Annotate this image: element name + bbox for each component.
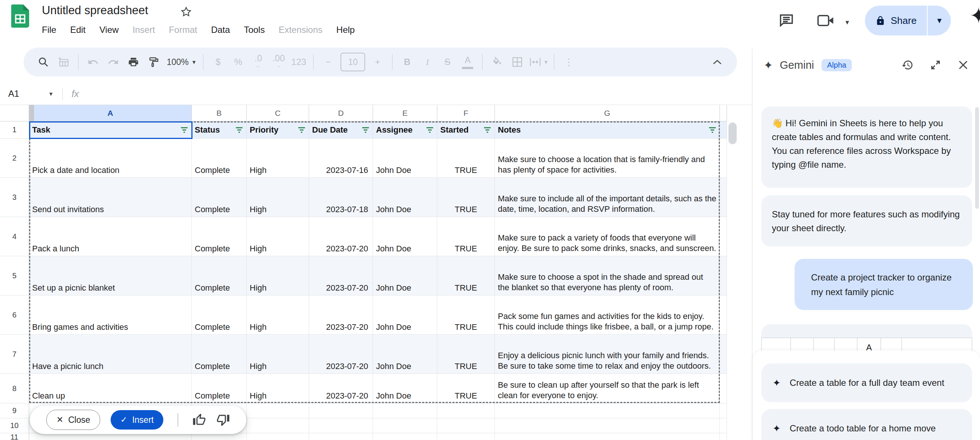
column-header-f[interactable]: F [437, 105, 495, 121]
menu-insert[interactable]: Insert [133, 25, 155, 35]
cell-assignee[interactable]: John Doe [373, 374, 437, 403]
document-title[interactable]: Untitled spreadsheet [42, 4, 148, 17]
header-cell-priority[interactable]: Priority [247, 121, 309, 138]
empty-cell[interactable] [373, 418, 437, 433]
share-dropdown-icon[interactable]: ▼ [928, 16, 951, 25]
suggestion-chip[interactable]: ✦ Create a todo table for a home move [761, 409, 972, 440]
cell-status[interactable]: Complete [192, 256, 247, 295]
cell-started[interactable]: TRUE [437, 256, 495, 295]
cell-notes[interactable]: Make sure to choose a spot in the shade … [495, 256, 720, 295]
merge-cells-icon[interactable]: ▾ [529, 52, 547, 73]
row-header[interactable]: 5 [0, 256, 29, 295]
thumbs-up-icon[interactable] [192, 413, 206, 427]
empty-cell[interactable] [437, 418, 495, 433]
fill-color-icon[interactable] [489, 52, 505, 73]
empty-cell[interactable] [720, 121, 727, 138]
close-button[interactable]: ✕ Close [46, 410, 100, 430]
comments-icon[interactable] [778, 12, 795, 29]
thumbs-down-icon[interactable] [216, 413, 230, 427]
cell-status[interactable]: Complete [192, 217, 247, 256]
cell-notes[interactable]: Enjoy a delicious picnic lunch with your… [495, 335, 720, 374]
cell-started[interactable]: TRUE [437, 295, 495, 335]
cell-status[interactable]: Complete [192, 295, 247, 335]
row-header[interactable]: 10 [0, 418, 29, 433]
redo-icon[interactable] [105, 52, 121, 73]
row-header[interactable]: 1 [0, 121, 29, 138]
cell-started[interactable]: TRUE [437, 178, 495, 217]
column-header-b[interactable]: B [192, 105, 247, 121]
empty-cell[interactable] [720, 256, 727, 295]
cell-notes[interactable]: Make sure to choose a location that is f… [495, 138, 720, 178]
increase-decimal-icon[interactable]: .00→ [270, 52, 287, 73]
row-header[interactable]: 2 [0, 138, 29, 178]
empty-cell[interactable] [29, 433, 192, 440]
text-color-icon[interactable]: A [459, 52, 476, 73]
zoom-control[interactable]: 100%▾ [167, 57, 196, 67]
header-cell-assignee[interactable]: Assignee [373, 121, 437, 138]
column-header-g[interactable]: G [495, 105, 720, 121]
decrease-decimal-icon[interactable]: .0← [250, 52, 266, 73]
cell-assignee[interactable]: John Doe [373, 295, 437, 335]
empty-cell[interactable] [720, 418, 727, 433]
cell-notes[interactable]: Pack some fun games and activities for t… [495, 295, 720, 335]
cell-task[interactable]: Clean up [29, 374, 192, 403]
decrease-font-icon[interactable]: − [320, 52, 336, 73]
column-header-a[interactable]: A [29, 105, 192, 121]
increase-font-icon[interactable]: + [369, 52, 386, 73]
empty-cell[interactable] [192, 433, 247, 440]
cell-due-date[interactable]: 2023-07-20 [309, 295, 373, 335]
table-sparkle-icon[interactable] [55, 52, 72, 73]
empty-cell[interactable] [247, 418, 309, 433]
cell-priority[interactable]: High [247, 178, 309, 217]
column-header-d[interactable]: D [309, 105, 373, 121]
strikethrough-icon[interactable]: S [439, 52, 456, 73]
italic-icon[interactable]: I [419, 52, 436, 73]
cell-started[interactable]: TRUE [437, 335, 495, 374]
cell-notes[interactable]: Make sure to pack a variety of foods tha… [495, 217, 720, 256]
cell-started[interactable]: TRUE [437, 374, 495, 403]
history-icon[interactable] [902, 59, 913, 71]
menu-view[interactable]: View [99, 25, 119, 35]
share-button[interactable]: Share ▼ [865, 6, 951, 35]
empty-cell[interactable] [309, 418, 373, 433]
cell-due-date[interactable]: 2023-07-16 [309, 138, 373, 178]
cell-task[interactable]: Pack a lunch [29, 217, 192, 256]
menu-extensions[interactable]: Extensions [278, 25, 322, 35]
search-icon[interactable] [35, 52, 52, 73]
empty-cell[interactable] [495, 433, 720, 440]
menu-edit[interactable]: Edit [70, 25, 86, 35]
empty-cell[interactable] [437, 403, 495, 418]
percent-format-icon[interactable]: % [230, 52, 246, 73]
select-all-corner[interactable] [0, 105, 29, 121]
empty-cell[interactable] [720, 433, 727, 440]
number-format-icon[interactable]: 123 [290, 52, 307, 73]
cell-notes[interactable]: Be sure to clean up after yourself so th… [495, 374, 720, 403]
cell-task[interactable]: Have a picnic lunch [29, 335, 192, 374]
empty-cell[interactable] [437, 433, 495, 440]
cell-status[interactable]: Complete [192, 374, 247, 403]
cell-status[interactable]: Complete [192, 178, 247, 217]
undo-icon[interactable] [85, 52, 101, 73]
empty-cell[interactable] [247, 403, 309, 418]
empty-cell[interactable] [720, 295, 727, 335]
empty-cell[interactable] [247, 433, 309, 440]
meet-dropdown-icon[interactable]: ▾ [845, 18, 849, 27]
cell-task[interactable]: Pick a date and location [29, 138, 192, 178]
suggestion-chip[interactable]: ✦ Create a table for a full day team eve… [761, 364, 972, 402]
cell-due-date[interactable]: 2023-07-20 [309, 217, 373, 256]
cell-started[interactable]: TRUE [437, 138, 495, 178]
empty-cell[interactable] [495, 418, 720, 433]
cell-status[interactable]: Complete [192, 138, 247, 178]
empty-cell[interactable] [720, 217, 727, 256]
cell-task[interactable]: Bring games and activities [29, 295, 192, 335]
collapse-toolbar-icon[interactable] [709, 52, 725, 73]
cell-notes[interactable]: Make sure to include all of the importan… [495, 178, 720, 217]
empty-cell[interactable] [720, 178, 727, 217]
cell-priority[interactable]: High [247, 256, 309, 295]
panel-scrollbar[interactable] [975, 107, 979, 209]
cell-priority[interactable]: High [247, 217, 309, 256]
cell-task[interactable]: Set up a picnic blanket [29, 256, 192, 295]
empty-cell[interactable] [720, 374, 727, 403]
menu-help[interactable]: Help [336, 25, 355, 35]
row-header[interactable]: 6 [0, 295, 29, 335]
